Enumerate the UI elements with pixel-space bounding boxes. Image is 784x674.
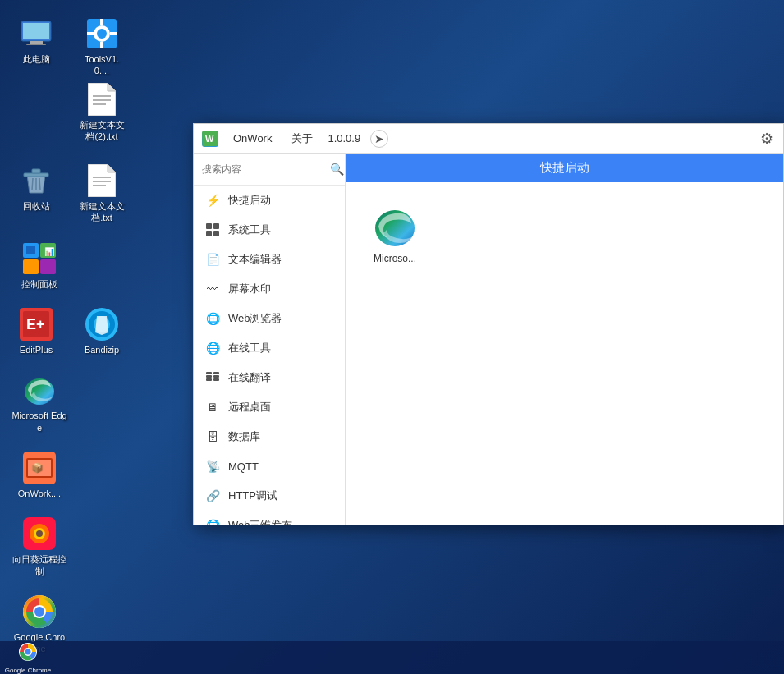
desktop-icon-this-computer[interactable]: 此电脑 xyxy=(7,12,66,82)
svg-marker-22 xyxy=(108,164,116,172)
watermark-icon: 〰 xyxy=(205,282,220,296)
http-debug-icon: 🔗 xyxy=(205,488,220,503)
menu-label-system-tools: 系统工具 xyxy=(228,222,271,237)
svg-rect-59 xyxy=(206,378,212,381)
new-txt-icon xyxy=(85,164,118,197)
web-browser-icon: 🌐 xyxy=(205,311,220,326)
recycle-icon-label: 回收站 xyxy=(23,200,50,212)
sunflower-icon-label: 向日葵远程控制 xyxy=(11,553,67,577)
menu-label-online-tools: 在线工具 xyxy=(228,341,271,355)
svg-line-18 xyxy=(32,178,33,190)
desktop-icon-toolsv1[interactable]: ToolsV1.0.... xyxy=(72,12,131,82)
title-bar: W OnWork 关于 1.0.0.9 ➤ ⚙ xyxy=(194,124,783,154)
editplus-icon-label: EditPlus xyxy=(20,344,53,355)
system-tools-icon xyxy=(205,222,220,237)
svg-rect-2 xyxy=(30,41,43,44)
computer-icon xyxy=(20,17,53,50)
settings-icon[interactable]: ⚙ xyxy=(759,128,775,149)
search-icon[interactable]: 🔍 xyxy=(330,163,344,176)
onwork-icon-label: OnWork.... xyxy=(18,488,61,499)
svg-rect-17 xyxy=(32,169,40,173)
main-body: Microso... xyxy=(346,182,783,525)
svg-rect-3 xyxy=(26,44,46,45)
svg-point-6 xyxy=(97,29,107,39)
desktop-icon-ms-edge[interactable]: Microsoft Edge xyxy=(7,369,72,438)
svg-rect-29 xyxy=(40,259,56,274)
quick-launch-icon: ⚡ xyxy=(205,193,220,208)
bandizip-icon xyxy=(85,308,118,341)
menu-label-mqtt: MQTT xyxy=(228,461,259,473)
menu-label-web3d: Web三维发布 xyxy=(228,518,293,525)
tools-icon xyxy=(85,17,118,50)
recycle-icon xyxy=(20,164,53,197)
menu-item-quick-launch[interactable]: ⚡ 快捷启动 xyxy=(194,186,345,215)
menu-label-http-debug: HTTP调试 xyxy=(228,488,277,503)
menu-item-translate[interactable]: 在线翻译 xyxy=(194,363,345,392)
ms-edge-shortcut-icon xyxy=(374,205,416,248)
taskbar-icon-chrome[interactable]: Google Chrome xyxy=(3,643,53,672)
menu-item-http-debug[interactable]: 🔗 HTTP调试 xyxy=(194,481,345,511)
svg-rect-7 xyxy=(100,19,103,25)
svg-line-20 xyxy=(39,178,40,190)
svg-rect-58 xyxy=(206,375,212,378)
bandizip-icon-label: Bandizip xyxy=(85,344,119,355)
desktop-icon-new-txt-2[interactable]: 新建文本文档(2).txt xyxy=(72,78,131,148)
desktop-icon-recycle[interactable]: 回收站 xyxy=(7,159,66,229)
shortcut-ms-edge[interactable]: Microso... xyxy=(362,199,428,271)
app-body: 🔍 ‹ ⚡ 快捷启动 系统工具 📄 xyxy=(194,154,783,525)
menu-item-text-editor[interactable]: 📄 文本编辑器 xyxy=(194,245,345,274)
about-menu[interactable]: 关于 xyxy=(287,130,318,148)
menu-label-quick-launch: 快捷启动 xyxy=(228,193,271,208)
svg-rect-57 xyxy=(206,372,212,374)
svg-text:📊: 📊 xyxy=(44,246,55,257)
menu-item-system-tools[interactable]: 系统工具 xyxy=(194,215,345,245)
menu-item-online-tools[interactable]: 🌐 在线工具 xyxy=(194,333,345,363)
onwork-icon: 📦 xyxy=(23,452,56,484)
sidebar: 🔍 ‹ ⚡ 快捷启动 系统工具 📄 xyxy=(194,154,346,525)
svg-point-66 xyxy=(25,649,31,654)
svg-point-46 xyxy=(36,530,43,537)
search-input[interactable] xyxy=(202,163,325,175)
menu-item-remote-desktop[interactable]: 🖥 远程桌面 xyxy=(194,392,345,422)
text-editor-icon: 📄 xyxy=(205,252,220,267)
menu-label-text-editor: 文本编辑器 xyxy=(228,252,282,267)
svg-rect-8 xyxy=(100,42,103,48)
desktop-icon-control-panel[interactable]: 📊 控制面板 xyxy=(7,237,72,295)
app-version: 1.0.0.9 xyxy=(328,132,360,144)
svg-text:W: W xyxy=(205,134,214,144)
svg-text:📦: 📦 xyxy=(31,461,44,474)
taskbar-chrome-icon xyxy=(18,642,38,666)
svg-rect-9 xyxy=(87,32,94,35)
desktop-icon-new-txt[interactable]: 新建文本文档.txt xyxy=(72,159,131,229)
svg-rect-16 xyxy=(24,173,48,177)
svg-rect-10 xyxy=(110,32,117,35)
navigation-arrow[interactable]: ➤ xyxy=(370,130,388,148)
online-tools-icon: 🌐 xyxy=(205,341,220,355)
menu-item-web-browser[interactable]: 🌐 Web浏览器 xyxy=(194,304,345,333)
menu-label-watermark: 屏幕水印 xyxy=(228,282,271,296)
translate-icon xyxy=(205,370,220,385)
desktop-icon-onwork[interactable]: 📦 OnWork.... xyxy=(7,447,72,504)
app-name: OnWork xyxy=(228,131,277,146)
control-panel-icon-label: 控制面板 xyxy=(21,278,57,290)
menu-item-database[interactable]: 🗄 数据库 xyxy=(194,422,345,452)
new-txt2-icon xyxy=(85,83,118,116)
svg-point-50 xyxy=(34,607,44,617)
taskbar: Google Chrome xyxy=(0,641,784,674)
control-panel-icon: 📊 xyxy=(23,242,56,275)
desktop-icon-bandizip[interactable]: Bandizip xyxy=(72,303,131,360)
app-window: W OnWork 关于 1.0.0.9 ➤ ⚙ 🔍 ‹ ⚡ xyxy=(193,123,784,525)
web3d-icon: 🌐 xyxy=(205,518,220,525)
search-box: 🔍 ‹ xyxy=(194,154,345,186)
menu-item-watermark[interactable]: 〰 屏幕水印 xyxy=(194,274,345,304)
svg-rect-30 xyxy=(26,246,35,254)
new-txt2-icon-label: 新建文本文档(2).txt xyxy=(77,119,126,143)
desktop-icon-sunflower[interactable]: 向日葵远程控制 xyxy=(7,512,72,582)
menu-item-web3d[interactable]: 🌐 Web三维发布 xyxy=(194,511,345,525)
menu-item-mqtt[interactable]: 📡 MQTT xyxy=(194,452,345,481)
remote-desktop-icon: 🖥 xyxy=(205,400,220,415)
editplus-icon: E+ xyxy=(20,308,53,341)
svg-rect-55 xyxy=(206,231,212,236)
desktop-icon-editplus[interactable]: E+ EditPlus xyxy=(7,303,66,360)
database-icon: 🗄 xyxy=(205,429,220,444)
